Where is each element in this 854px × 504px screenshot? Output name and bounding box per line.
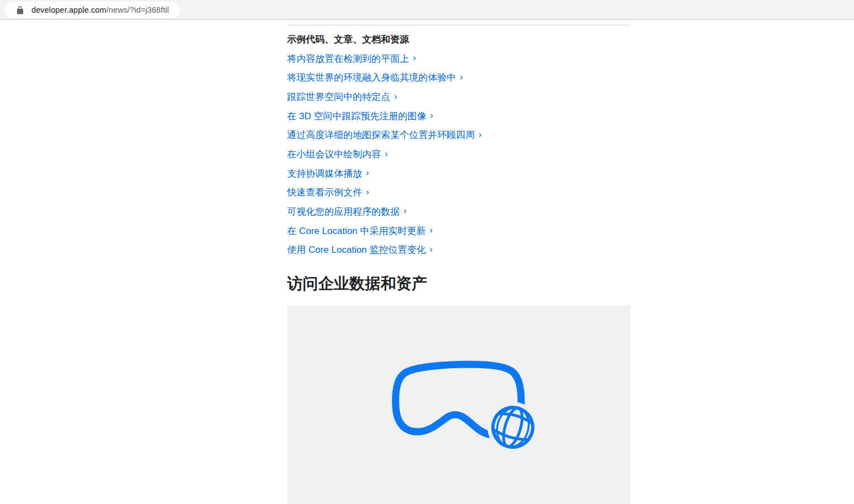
lock-icon[interactable] bbox=[17, 6, 24, 14]
doc-link-track-images-3d[interactable]: 在 3D 空间中跟踪预先注册的图像› bbox=[287, 107, 630, 126]
browser-toolbar: developer.apple.com/news/?id=j368ftil bbox=[0, 0, 854, 18]
doc-link-label: 在 Core Location 中采用实时更新 bbox=[287, 225, 426, 237]
doc-link-label: 将现实世界的环境融入身临其境的体验中 bbox=[287, 71, 456, 84]
url-path: /news/?id=j368ftil bbox=[107, 6, 169, 14]
doc-link-label: 可视化您的应用程序的数据 bbox=[287, 205, 400, 218]
chevron-right-icon: › bbox=[460, 72, 463, 83]
chevron-right-icon: › bbox=[385, 149, 388, 160]
doc-link-label: 将内容放置在检测到的平面上 bbox=[287, 52, 409, 65]
doc-link-visualize-data[interactable]: 可视化您的应用程序的数据› bbox=[287, 202, 630, 221]
doc-link-explore-map[interactable]: 通过高度详细的地图探索某个位置并环顾四周› bbox=[287, 126, 630, 145]
doc-link-label: 在小组会议中绘制内容 bbox=[287, 148, 381, 161]
resource-link-list: 将内容放置在检测到的平面上› 将现实世界的环境融入身临其境的体验中› 跟踪世界空… bbox=[287, 49, 630, 259]
doc-link-label: 在 3D 空间中跟踪预先注册的图像 bbox=[287, 110, 426, 123]
doc-link-real-world-environments[interactable]: 将现实世界的环境融入身临其境的体验中› bbox=[287, 68, 630, 88]
chevron-right-icon: › bbox=[394, 92, 397, 103]
chevron-right-icon: › bbox=[404, 206, 406, 217]
toolbar-bottom-border bbox=[0, 18, 854, 20]
content-divider bbox=[287, 25, 630, 25]
chevron-right-icon: › bbox=[479, 130, 481, 141]
chevron-right-icon: › bbox=[429, 245, 432, 256]
illustration-card bbox=[287, 305, 630, 504]
doc-link-core-location-monitor[interactable]: 使用 Core Location 监控位置变化› bbox=[287, 240, 630, 259]
doc-link-place-content[interactable]: 将内容放置在检测到的平面上› bbox=[287, 49, 630, 68]
doc-link-coordinated-media[interactable]: 支持协调媒体播放› bbox=[287, 164, 630, 183]
resources-heading: 示例代码、文章、文档和资源 bbox=[287, 34, 630, 45]
section-heading-enterprise-data: 访问企业数据和资产 bbox=[287, 274, 630, 293]
url-domain: developer.apple.com bbox=[31, 6, 107, 14]
chevron-right-icon: › bbox=[366, 168, 369, 179]
doc-link-track-points[interactable]: 跟踪世界空间中的特定点› bbox=[287, 87, 630, 107]
url-text[interactable]: developer.apple.com/news/?id=j368ftil bbox=[31, 6, 169, 14]
doc-link-quick-look[interactable]: 快速查看示例文件› bbox=[287, 183, 630, 202]
vision-pro-headset-with-globe-icon bbox=[287, 305, 630, 504]
doc-link-label: 快速查看示例文件 bbox=[287, 186, 362, 199]
chevron-right-icon: › bbox=[430, 110, 433, 121]
doc-link-core-location-live-updates[interactable]: 在 Core Location 中采用实时更新› bbox=[287, 221, 630, 241]
article-content: 示例代码、文章、文档和资源 将内容放置在检测到的平面上› 将现实世界的环境融入身… bbox=[287, 25, 630, 504]
doc-link-label: 跟踪世界空间中的特定点 bbox=[287, 91, 390, 103]
doc-link-label: 通过高度详细的地图探索某个位置并环顾四周 bbox=[287, 129, 475, 141]
doc-link-label: 支持协调媒体播放 bbox=[287, 167, 362, 180]
chevron-right-icon: › bbox=[366, 187, 369, 198]
address-bar[interactable]: developer.apple.com/news/?id=j368ftil bbox=[4, 2, 180, 18]
doc-link-label: 使用 Core Location 监控位置变化 bbox=[287, 243, 426, 256]
chevron-right-icon: › bbox=[429, 225, 432, 236]
doc-link-draw-group-session[interactable]: 在小组会议中绘制内容› bbox=[287, 145, 630, 164]
chevron-right-icon: › bbox=[413, 53, 416, 64]
